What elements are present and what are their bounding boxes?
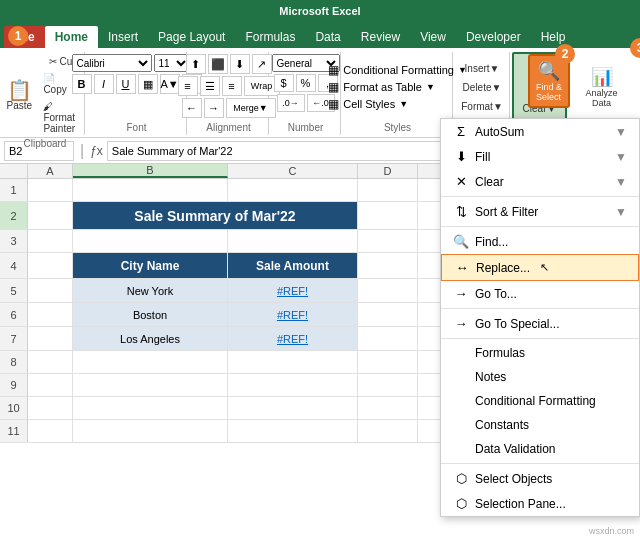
tab-insert[interactable]: Insert [98, 26, 148, 48]
goto-special-menu-item[interactable]: → Go To Special... [441, 311, 639, 336]
cell-d2[interactable] [358, 202, 418, 229]
align-bottom-button[interactable]: ⬇ [230, 54, 250, 74]
cell-d4[interactable] [358, 253, 418, 278]
tab-page-layout[interactable]: Page Layout [148, 26, 235, 48]
alignment-label: Alignment [206, 120, 250, 133]
formulas-menu-item[interactable]: Formulas [441, 341, 639, 365]
cell-styles-arrow: ▼ [399, 99, 408, 109]
cond-format-menu-item[interactable]: Conditional Formatting [441, 389, 639, 413]
cell-b2-merged[interactable]: Sale Summary of Mar'22 [73, 202, 358, 229]
notes-menu-item[interactable]: Notes [441, 365, 639, 389]
cell-a1[interactable] [28, 179, 73, 201]
font-family-select[interactable]: Calibri [72, 54, 152, 72]
title-text: Microsoft Excel [279, 5, 360, 17]
border-button[interactable]: ▦ [138, 74, 158, 94]
cell-c4[interactable]: Sale Amount [228, 253, 358, 278]
percent-button[interactable]: % [296, 74, 316, 92]
alignment-group: ⬆ ⬛ ⬇ ↗ ≡ ☰ ≡ Wrap ← → Merge▼ Alignment [189, 52, 269, 135]
format-as-table-button[interactable]: ▦ Format as Table ▼ [324, 79, 439, 95]
italic-button[interactable]: I [94, 74, 114, 94]
cell-a5[interactable] [28, 279, 73, 302]
select-objects-menu-item[interactable]: ⬡ Select Objects [441, 466, 639, 491]
cell-styles-button[interactable]: ▦ Cell Styles ▼ [324, 96, 412, 112]
row-num-3: 3 [0, 230, 28, 252]
row-num-11: 11 [0, 420, 28, 442]
tab-data[interactable]: Data [305, 26, 350, 48]
cell-a2[interactable] [28, 202, 73, 229]
goto-icon: → [453, 286, 469, 301]
cell-b1[interactable] [73, 179, 228, 201]
autosum-menu-item[interactable]: Σ AutoSum ▼ [441, 119, 639, 144]
format-table-arrow: ▼ [426, 82, 435, 92]
fill-color-button[interactable]: A▼ [160, 74, 180, 94]
badge-1: 1 [8, 26, 28, 46]
tab-view[interactable]: View [410, 26, 456, 48]
indent-inc-button[interactable]: → [204, 98, 224, 118]
format-cells-button[interactable]: Format▼ [456, 98, 508, 115]
col-header-b[interactable]: B [73, 164, 228, 178]
align-center-button[interactable]: ☰ [200, 76, 220, 96]
align-left-button[interactable]: ≡ [178, 76, 198, 96]
fill-menu-item[interactable]: ⬇ Fill ▼ [441, 144, 639, 169]
orientation-button[interactable]: ↗ [252, 54, 272, 74]
cell-b3[interactable] [73, 230, 228, 252]
bold-button[interactable]: B [72, 74, 92, 94]
data-validation-menu-item[interactable]: Data Validation [441, 437, 639, 461]
row-num-5: 5 [0, 279, 28, 302]
col-header-a[interactable]: A [28, 164, 73, 178]
cell-d7[interactable] [358, 327, 418, 350]
increase-decimal-button[interactable]: .0→ [277, 94, 305, 112]
delete-cells-button[interactable]: Delete▼ [458, 79, 507, 96]
cell-b5[interactable]: New York [73, 279, 228, 302]
selection-pane-icon: ⬡ [453, 496, 469, 511]
cell-c3[interactable] [228, 230, 358, 252]
cell-d1[interactable] [358, 179, 418, 201]
cell-b6[interactable]: Boston [73, 303, 228, 326]
constants-menu-item[interactable]: Constants [441, 413, 639, 437]
paste-button[interactable]: 📋 Paste [4, 77, 34, 114]
cell-styles-icon: ▦ [328, 97, 339, 111]
paste-icon: 📋 [7, 80, 32, 100]
indent-dec-button[interactable]: ← [182, 98, 202, 118]
sep-4 [441, 338, 639, 339]
tab-review[interactable]: Review [351, 26, 410, 48]
find-select-icon: 🔍 [538, 60, 560, 82]
currency-button[interactable]: $ [274, 74, 294, 92]
cell-a6[interactable] [28, 303, 73, 326]
tab-formulas[interactable]: Formulas [235, 26, 305, 48]
goto-menu-item[interactable]: → Go To... [441, 281, 639, 306]
insert-cells-button[interactable]: Insert▼ [460, 60, 505, 77]
analyze-data-button[interactable]: 📊 Analyze Data [577, 63, 626, 111]
tab-home[interactable]: Home [45, 26, 98, 48]
merge-center-button[interactable]: Merge▼ [226, 98, 276, 118]
align-right-button[interactable]: ≡ [222, 76, 242, 96]
selection-pane-menu-item[interactable]: ⬡ Selection Pane... [441, 491, 639, 516]
cell-c6[interactable]: #REF! [228, 303, 358, 326]
align-top-button[interactable]: ⬆ [186, 54, 206, 74]
cell-c1[interactable] [228, 179, 358, 201]
cell-d5[interactable] [358, 279, 418, 302]
cell-d6[interactable] [358, 303, 418, 326]
col-header-d[interactable]: D [358, 164, 418, 178]
cell-a7[interactable] [28, 327, 73, 350]
cell-c7[interactable]: #REF! [228, 327, 358, 350]
tab-developer[interactable]: Developer [456, 26, 531, 48]
replace-menu-item[interactable]: ↔ Replace... ↖ [441, 254, 639, 281]
find-menu-item[interactable]: 🔍 Find... [441, 229, 639, 254]
cell-a4[interactable] [28, 253, 73, 278]
cell-d3[interactable] [358, 230, 418, 252]
sort-filter-menu-item[interactable]: ⇅ Sort & Filter ▼ [441, 199, 639, 224]
cell-b4[interactable]: City Name [73, 253, 228, 278]
conditional-formatting-button[interactable]: ▦ Conditional Formatting ▼ [324, 62, 471, 78]
row-num-7: 7 [0, 327, 28, 350]
clear-menu-item[interactable]: ✕ Clear ▼ [441, 169, 639, 194]
clipboard-label: Clipboard [24, 136, 67, 149]
cell-b7[interactable]: Los Angeles [73, 327, 228, 350]
cell-c5[interactable]: #REF! [228, 279, 358, 302]
underline-button[interactable]: U [116, 74, 136, 94]
conditional-formatting-icon: ▦ [328, 63, 339, 77]
ribbon-tabs: File Home Insert Page Layout Formulas Da… [0, 22, 640, 48]
cell-a3[interactable] [28, 230, 73, 252]
col-header-c[interactable]: C [228, 164, 358, 178]
align-middle-button[interactable]: ⬛ [208, 54, 228, 74]
